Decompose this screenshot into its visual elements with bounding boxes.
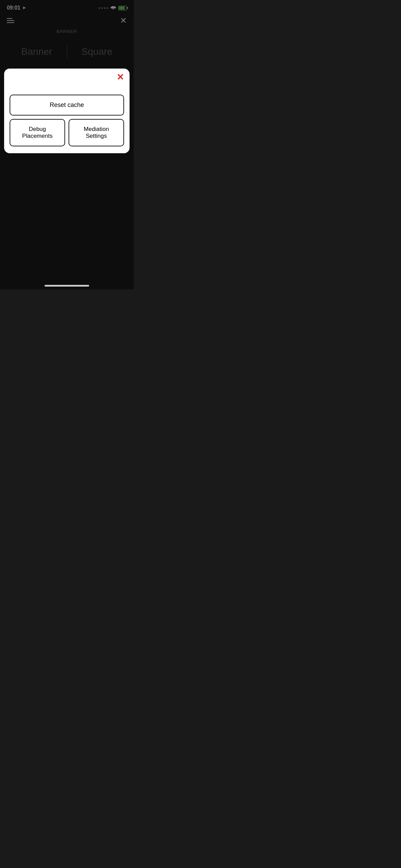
modal-close-button[interactable]: ✕ [117, 73, 124, 82]
modal-bottom-row: Debug Placements Mediation Settings [10, 119, 124, 146]
home-indicator [45, 285, 89, 287]
debug-placements-button[interactable]: Debug Placements [10, 119, 65, 146]
modal-top-space [10, 74, 124, 95]
reset-cache-button[interactable]: Reset cache [10, 95, 124, 116]
mediation-settings-button[interactable]: Mediation Settings [69, 119, 124, 146]
modal-dialog: ✕ Reset cache Debug Placements Mediation… [4, 69, 130, 153]
modal-overlay: ✕ Reset cache Debug Placements Mediation… [0, 0, 134, 289]
